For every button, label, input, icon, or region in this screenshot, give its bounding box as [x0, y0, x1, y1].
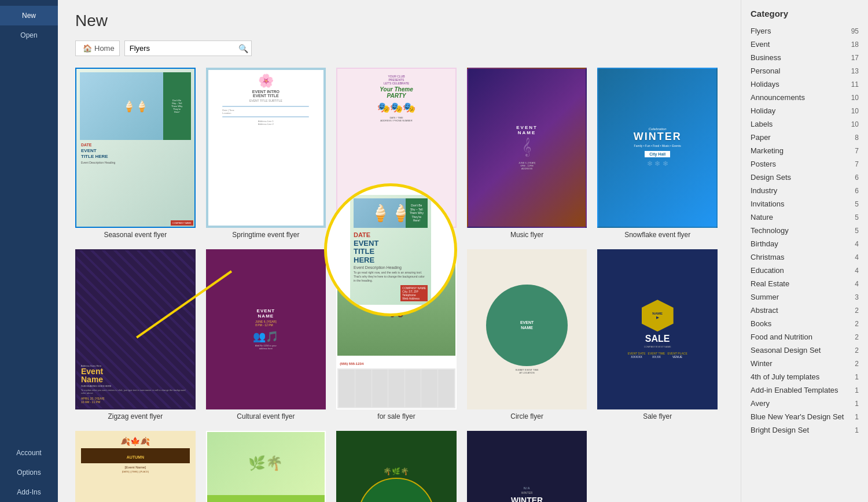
search-icon[interactable]: 🔍 — [238, 44, 248, 53]
category-item[interactable]: Winter2 — [741, 357, 868, 370]
category-label: Real Estate — [751, 279, 789, 288]
sidebar-item-label: Add-Ins — [17, 488, 41, 496]
category-item[interactable]: Holiday10 — [741, 104, 868, 117]
template-grid: 🍦🍦 Don't BeShy – TellThem WhyThey'reHere… — [75, 68, 718, 502]
category-label: Books — [751, 319, 771, 328]
category-item[interactable]: Flyers95 — [741, 24, 868, 38]
category-list: Flyers95Event18Business17Personal13Holid… — [741, 24, 868, 437]
template-item-8[interactable]: LAWN MOWER FOR SALE 🚜 (555) 555-1234 for… — [336, 249, 457, 420]
template-item-1[interactable]: 🍦🍦 Don't BeShy – TellThem WhyThey'reHere… — [75, 68, 196, 239]
template-thumb-forsale[interactable]: LAWN MOWER FOR SALE 🚜 (555) 555-1234 — [336, 249, 457, 409]
category-item[interactable]: Avery1 — [741, 397, 868, 410]
category-count: 2 — [855, 333, 859, 341]
category-item[interactable]: Bright Design Set1 — [741, 423, 868, 437]
category-count: 1 — [855, 400, 859, 408]
home-button[interactable]: 🏠 Home — [75, 40, 120, 56]
category-item[interactable]: Birthday4 — [741, 237, 868, 250]
sidebar-item-options[interactable]: Options — [0, 463, 58, 482]
home-icon: 🏠 — [83, 44, 92, 53]
template-thumb-springtime[interactable]: 🌸 EVENT INTROEVENT TITLE EVENT TITLE SUB… — [206, 68, 326, 228]
category-item[interactable]: Holidays11 — [741, 77, 868, 91]
category-title: Category — [741, 6, 868, 24]
category-item[interactable]: Add-in Enabled Templates1 — [741, 383, 868, 397]
template-label-10: Sale flyer — [643, 412, 672, 420]
category-count: 8 — [855, 134, 859, 142]
category-count: 1 — [855, 373, 859, 381]
category-item[interactable]: Marketing7 — [741, 144, 868, 157]
category-item[interactable]: Paper8 — [741, 131, 868, 144]
template-thumb-carnival[interactable]: YOUR CLUBPRESENTSLET'S CELEBRATE Your Th… — [336, 68, 457, 228]
category-item[interactable]: Posters7 — [741, 157, 868, 171]
category-item[interactable]: Education4 — [741, 264, 868, 277]
category-label: Winter — [751, 359, 773, 368]
template-item-12[interactable]: 🌿🌴 Elegant spring flyer DATE EVENTTITLEH… — [206, 431, 326, 502]
category-item[interactable]: Books2 — [741, 317, 868, 330]
category-label: Blue New Year's Design Set — [751, 412, 844, 421]
sidebar-item-account[interactable]: Account — [0, 443, 58, 463]
template-thumb-seasonal[interactable]: 🍦🍦 Don't BeShy – TellThem WhyThey'reHere… — [75, 68, 196, 228]
search-bar: 🏠 Home 🔍 — [75, 40, 723, 56]
template-item-2[interactable]: 🌸 EVENT INTROEVENT TITLE EVENT TITLE SUB… — [206, 68, 326, 239]
template-item-6[interactable]: Address Goes Here EventName SUB HEADING … — [75, 249, 196, 420]
category-item[interactable]: Labels10 — [741, 117, 868, 131]
template-item-9[interactable]: EVENTNAME SUBMIT EVENT TIMEAT LOCATION C… — [467, 249, 587, 420]
category-item[interactable]: Food and Nutrition2 — [741, 330, 868, 344]
template-label-2: Springtime event flyer — [232, 231, 299, 239]
category-item[interactable]: Abstract2 — [741, 304, 868, 317]
template-item-5[interactable]: Celebration WINTER Family • Fun • Food •… — [597, 68, 718, 239]
category-label: Labels — [751, 120, 773, 128]
category-item[interactable]: Technology5 — [741, 224, 868, 237]
category-count: 4 — [855, 280, 859, 288]
category-item[interactable]: Invitations5 — [741, 197, 868, 211]
template-label-4: Music flyer — [510, 231, 543, 239]
sidebar-item-new[interactable]: New — [0, 6, 58, 25]
template-thumb-cultural[interactable]: EVENTNAME JUNE 6, [YEAR]8 PM - 12 PM 👥🎵 … — [206, 249, 326, 409]
category-item[interactable]: Personal13 — [741, 64, 868, 77]
category-label: Avery — [751, 399, 770, 408]
sidebar-item-addins[interactable]: Add-Ins — [0, 482, 58, 502]
template-item-13[interactable]: 🌴🌿🌴 SUMMERPARTY MM.DD.YY Summer party fl… — [336, 431, 457, 502]
category-item[interactable]: Nature5 — [741, 211, 868, 224]
category-label: Education — [751, 266, 784, 275]
category-count: 4 — [855, 240, 859, 248]
template-label-6: Zigzag event flyer — [108, 412, 163, 420]
template-thumb-sale[interactable]: NAME▶ SALE COMPANY/EVENT NAME EVENT DATE… — [597, 249, 718, 409]
category-label: Birthday — [751, 239, 778, 248]
category-item[interactable]: Summer3 — [741, 290, 868, 304]
category-count: 5 — [855, 227, 859, 235]
category-item[interactable]: Blue New Year's Design Set1 — [741, 410, 868, 423]
template-item-7[interactable]: EVENTNAME JUNE 6, [YEAR]8 PM - 12 PM 👥🎵 … — [206, 249, 326, 420]
category-item[interactable]: Real Estate4 — [741, 277, 868, 290]
template-thumb-circle[interactable]: EVENTNAME SUBMIT EVENT TIMEAT LOCATION — [467, 249, 587, 409]
category-item[interactable]: 4th of July templates1 — [741, 370, 868, 383]
category-item[interactable]: Seasonal Design Set2 — [741, 344, 868, 357]
template-thumb-zigzag[interactable]: Address Goes Here EventName SUB HEADING … — [75, 249, 196, 409]
category-count: 17 — [851, 54, 859, 62]
template-item-10[interactable]: NAME▶ SALE COMPANY/EVENT NAME EVENT DATE… — [597, 249, 718, 420]
category-count: 11 — [851, 80, 859, 88]
template-thumb-autumn[interactable]: 🍂🍁🍂 AUTUMN [Event Name] [DATE] | [TIME] … — [75, 431, 196, 502]
template-thumb-winter-elegant[interactable]: N/A WINTER WINTERPARTY 🎄⭐🔵 EVENT DATE --… — [467, 431, 587, 502]
template-thumb-music[interactable]: EVENTNAME 𝄞 JUNE 6, [YEAR]6PM - 12PMADDR… — [467, 68, 587, 228]
category-item[interactable]: Announcements10 — [741, 91, 868, 104]
category-item[interactable]: Design Sets6 — [741, 171, 868, 184]
search-input[interactable] — [124, 40, 252, 56]
template-item-14[interactable]: N/A WINTER WINTERPARTY 🎄⭐🔵 EVENT DATE --… — [467, 431, 587, 502]
template-item-4[interactable]: EVENTNAME 𝄞 JUNE 6, [YEAR]6PM - 12PMADDR… — [467, 68, 587, 239]
category-count: 1 — [855, 413, 859, 421]
template-thumb-summer[interactable]: 🌴🌿🌴 SUMMERPARTY MM.DD.YY — [336, 431, 457, 502]
template-item-11[interactable]: 🍂🍁🍂 AUTUMN [Event Name] [DATE] | [TIME] … — [75, 431, 196, 502]
category-count: 2 — [855, 307, 859, 315]
category-item[interactable]: Event18 — [741, 38, 868, 51]
search-input-wrap: 🔍 — [124, 40, 252, 56]
sidebar-item-label: New — [22, 12, 36, 20]
template-item-3[interactable]: YOUR CLUBPRESENTSLET'S CELEBRATE Your Th… — [336, 68, 457, 239]
category-item[interactable]: Industry6 — [741, 184, 868, 197]
home-label: Home — [94, 44, 115, 53]
category-item[interactable]: Christmas4 — [741, 250, 868, 264]
template-thumb-spring-elegant[interactable]: 🌿🌴 Elegant spring flyer DATE EVENTTITLEH… — [206, 431, 326, 502]
category-label: Business — [751, 53, 781, 62]
template-thumb-snowflake[interactable]: Celebration WINTER Family • Fun • Food •… — [597, 68, 718, 228]
category-item[interactable]: Business17 — [741, 51, 868, 64]
sidebar-item-open[interactable]: Open — [0, 25, 58, 45]
